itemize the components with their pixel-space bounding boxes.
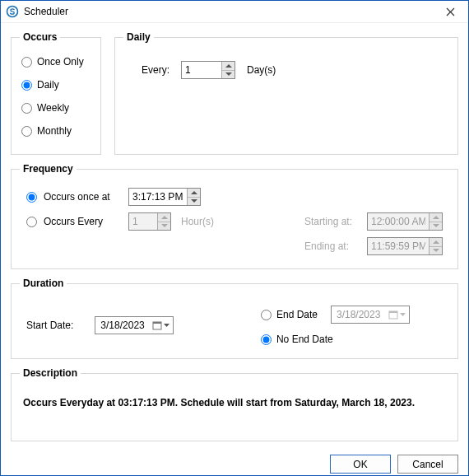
start-date-label: Start Date: bbox=[26, 320, 73, 331]
no-end-date-option[interactable]: No End Date bbox=[261, 334, 410, 345]
occurs-weekly[interactable]: Weekly bbox=[21, 102, 91, 114]
cancel-button[interactable]: Cancel bbox=[397, 455, 458, 474]
scheduler-dialog: Scheduler Occurs Once Only Daily bbox=[0, 0, 469, 476]
daily-legend: Daily bbox=[123, 31, 154, 43]
close-button[interactable] bbox=[434, 1, 467, 22]
occurs-once-only-label: Once Only bbox=[37, 56, 84, 68]
description-legend: Description bbox=[20, 367, 81, 379]
occurs-monthly-radio[interactable] bbox=[21, 126, 32, 137]
spin-down-icon[interactable] bbox=[188, 198, 200, 206]
occurs-once-time-spinner[interactable] bbox=[128, 188, 201, 206]
occurs-once-at-radio[interactable] bbox=[26, 192, 37, 203]
description-group: Description Occurs Everyday at 03:17:13 … bbox=[11, 367, 458, 441]
svg-rect-2 bbox=[153, 322, 161, 324]
occurs-weekly-label: Weekly bbox=[37, 102, 69, 114]
occurs-every-label: Occurs Every bbox=[44, 216, 103, 227]
spin-up-icon bbox=[158, 213, 170, 222]
content-area: Occurs Once Only Daily Weekly bbox=[1, 23, 468, 448]
occurs-daily-radio[interactable] bbox=[21, 80, 32, 91]
occurs-every-spinner bbox=[128, 212, 171, 231]
spinner-buttons bbox=[157, 213, 170, 230]
starting-at-label: Starting at: bbox=[304, 216, 357, 227]
spin-down-icon[interactable] bbox=[222, 71, 234, 79]
svg-rect-4 bbox=[389, 311, 397, 313]
spinner-buttons bbox=[429, 213, 442, 230]
start-date-value: 3/18/2023 bbox=[100, 320, 144, 331]
occurs-daily-label: Daily bbox=[37, 79, 59, 91]
spin-up-icon bbox=[430, 238, 442, 247]
daily-group: Daily Every: Day(s) bbox=[114, 31, 458, 155]
end-date-option[interactable]: End Date bbox=[261, 309, 318, 320]
spinner-buttons[interactable] bbox=[187, 189, 200, 205]
occurs-monthly[interactable]: Monthly bbox=[21, 125, 91, 137]
occurs-legend: Occurs bbox=[20, 31, 60, 43]
duration-group: Duration Start Date: 3/18/2023 End Date bbox=[11, 278, 458, 359]
hours-label: Hour(s) bbox=[181, 216, 214, 227]
spinner-buttons bbox=[429, 238, 442, 254]
starting-at-spinner bbox=[367, 212, 443, 231]
occurs-group: Occurs Once Only Daily Weekly bbox=[11, 31, 101, 155]
spin-down-icon bbox=[158, 222, 170, 231]
occurs-once-time-input[interactable] bbox=[129, 189, 187, 205]
end-date-value: 3/18/2023 bbox=[337, 309, 380, 320]
frequency-group: Frequency Occurs once at Occurs bbox=[11, 163, 458, 269]
spin-up-icon[interactable] bbox=[222, 62, 234, 71]
ending-at-spinner bbox=[367, 237, 443, 255]
ending-at-input bbox=[368, 238, 429, 254]
every-days-spinner[interactable] bbox=[181, 61, 235, 79]
ending-at-label: Ending at: bbox=[304, 240, 357, 252]
every-days-input[interactable] bbox=[182, 62, 221, 78]
ok-button[interactable]: OK bbox=[330, 455, 391, 474]
description-text: Occurs Everyday at 03:17:13 PM. Schedule… bbox=[20, 389, 449, 408]
occurs-every-value-input bbox=[129, 213, 157, 230]
spin-up-icon bbox=[430, 213, 442, 222]
duration-legend: Duration bbox=[20, 278, 67, 289]
end-date-radio[interactable] bbox=[261, 310, 272, 320]
occurs-every-radio[interactable] bbox=[26, 217, 37, 227]
spin-up-icon[interactable] bbox=[188, 189, 200, 198]
occurs-once-only-radio[interactable] bbox=[21, 57, 32, 68]
frequency-legend: Frequency bbox=[20, 163, 77, 175]
titlebar: Scheduler bbox=[1, 1, 468, 23]
spin-down-icon bbox=[430, 222, 442, 231]
calendar-dropdown-icon[interactable] bbox=[152, 320, 169, 330]
no-end-date-label: No End Date bbox=[276, 334, 333, 345]
end-date-label: End Date bbox=[276, 309, 318, 320]
footer: OK Cancel bbox=[1, 448, 468, 476]
occurs-once-at-label: Occurs once at bbox=[44, 191, 110, 203]
start-date-picker[interactable]: 3/18/2023 bbox=[95, 316, 174, 334]
spinner-buttons[interactable] bbox=[221, 62, 234, 78]
every-label: Every: bbox=[142, 64, 169, 76]
no-end-date-radio[interactable] bbox=[261, 334, 272, 345]
spin-down-icon bbox=[430, 247, 442, 255]
calendar-dropdown-icon bbox=[388, 310, 406, 320]
end-date-picker: 3/18/2023 bbox=[331, 306, 410, 324]
window-title: Scheduler bbox=[24, 6, 434, 17]
occurs-weekly-radio[interactable] bbox=[21, 103, 32, 114]
days-label: Day(s) bbox=[247, 64, 276, 76]
occurs-monthly-label: Monthly bbox=[37, 125, 72, 137]
starting-at-input bbox=[368, 213, 429, 230]
app-icon bbox=[6, 5, 19, 18]
occurs-daily[interactable]: Daily bbox=[21, 79, 91, 91]
occurs-once-only[interactable]: Once Only bbox=[21, 56, 91, 68]
